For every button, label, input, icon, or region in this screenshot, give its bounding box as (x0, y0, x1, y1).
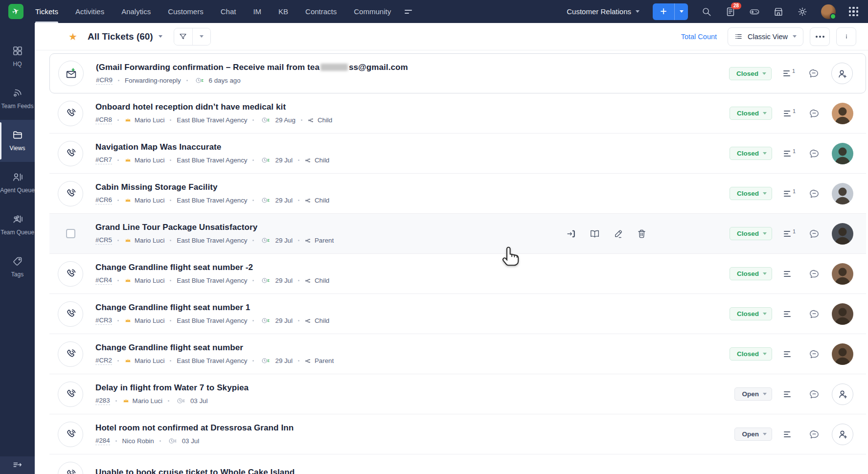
ticket-row[interactable]: Onboard hotel reception didn’t have medi… (49, 93, 866, 134)
nav-item-tickets[interactable]: Tickets (35, 0, 58, 23)
assign-agent-button[interactable] (832, 384, 853, 405)
notifications-icon[interactable]: 28 (725, 6, 736, 17)
agent-avatar[interactable] (832, 183, 853, 204)
sidebar-expand-button[interactable] (0, 456, 35, 474)
comment-bubble-icon[interactable] (808, 68, 819, 79)
ticket-row[interactable]: Change Grandline flight seat number 1 #C… (49, 294, 866, 334)
ticket-title[interactable]: Hotel room not confirmed at Dressrosa Gr… (95, 423, 294, 433)
sidebar-item-team-queue[interactable]: Team Queue (0, 204, 35, 246)
search-icon[interactable] (701, 6, 712, 17)
filter-options-button[interactable] (192, 28, 210, 45)
sidebar-item-hq[interactable]: HQ (0, 36, 35, 78)
nav-item-analytics[interactable]: Analytics (121, 0, 151, 23)
status-pill[interactable]: Closed (730, 307, 772, 320)
nav-item-contracts[interactable]: Contracts (305, 0, 337, 23)
nav-item-kb[interactable]: KB (278, 0, 288, 23)
sidebar-item-team-feeds[interactable]: Team Feeds (0, 78, 35, 120)
comment-bubble-icon[interactable] (809, 389, 820, 400)
nav-item-customers[interactable]: Customers (168, 0, 204, 23)
settings-gear-icon[interactable] (797, 6, 808, 17)
move-icon[interactable] (566, 228, 576, 239)
agent-avatar[interactable] (832, 143, 853, 164)
ticket-row[interactable]: (Gmail Forwarding confirmation – Receive… (49, 53, 866, 93)
agent-avatar[interactable] (832, 303, 853, 325)
status-pill[interactable]: Closed (729, 67, 772, 80)
add-ticket-split-button[interactable]: + (653, 3, 688, 20)
sidebar-item-tags[interactable]: Tags (0, 246, 35, 288)
ticket-title[interactable]: Change Grandline flight seat number (95, 343, 334, 353)
assign-agent-button[interactable] (832, 424, 853, 445)
status-pill[interactable]: Closed (730, 267, 772, 280)
total-count-link[interactable]: Total Count (681, 33, 717, 41)
ticket-row[interactable]: Delay in flight from Water 7 to Skypiea … (49, 374, 866, 414)
trash-icon[interactable] (637, 228, 647, 239)
status-pill[interactable]: Open (734, 428, 772, 441)
comment-bubble-icon[interactable] (809, 188, 820, 199)
gamification-icon[interactable] (749, 6, 760, 17)
status-pill[interactable]: Closed (730, 227, 772, 240)
sla-clock-icon (193, 76, 206, 85)
ticket-title[interactable]: Cabin Missing Storage Facility (95, 182, 329, 192)
status-pill[interactable]: Closed (730, 147, 772, 160)
assign-agent-button[interactable] (831, 63, 853, 84)
comment-bubble-icon[interactable] (809, 228, 820, 239)
ticket-title[interactable]: Navigation Map Was Inaccurate (95, 142, 329, 152)
department-selector[interactable]: Customer Relations (567, 7, 640, 16)
status-pill[interactable]: Closed (730, 347, 772, 361)
ticket-row[interactable]: Unable to book cruise ticket to Whole Ca… (49, 454, 866, 474)
ticket-row[interactable]: Navigation Map Was Inaccurate #CR7Mario … (49, 134, 866, 174)
status-pill[interactable]: Open (734, 387, 772, 401)
ticket-title[interactable]: Delay in flight from Water 7 to Skypiea (95, 383, 249, 393)
add-button[interactable]: + (653, 3, 675, 20)
ticket-title[interactable]: Change Grandline flight seat number -2 (95, 263, 329, 272)
book-icon[interactable] (590, 228, 600, 239)
info-button[interactable] (836, 27, 856, 46)
ticket-row[interactable]: Change Grandline flight seat number -2 #… (49, 254, 866, 294)
ticket-date: 29 Jul (275, 317, 292, 324)
comment-bubble-icon[interactable] (809, 429, 820, 440)
ticket-row[interactable]: Cabin Missing Storage Facility #CR6Mario… (49, 174, 866, 214)
comment-bubble-icon[interactable] (809, 269, 820, 279)
nav-item-community[interactable]: Community (354, 0, 391, 23)
comment-bubble-icon[interactable] (809, 148, 820, 159)
app-logo[interactable]: ✈ (8, 4, 23, 19)
agent-avatar[interactable] (832, 343, 853, 365)
nav-item-activities[interactable]: Activities (75, 0, 104, 23)
ticket-title[interactable]: Grand Line Tour Package Unsatisfactory (95, 223, 334, 232)
apps-grid-icon[interactable] (849, 7, 858, 16)
status-pill[interactable]: Closed (730, 107, 772, 120)
more-actions-button[interactable] (810, 27, 830, 46)
filter-button[interactable] (174, 28, 192, 45)
view-title: All Tickets (60) (88, 31, 153, 42)
comment-bubble-icon[interactable] (809, 108, 820, 119)
ticket-meta: #CR2Mario LuciEast Blue Travel Agency29 … (95, 357, 334, 365)
ticket-row[interactable]: Hotel room not confirmed at Dressrosa Gr… (49, 414, 866, 454)
nav-item-im[interactable]: IM (253, 0, 261, 23)
row-checkbox[interactable] (66, 229, 75, 238)
channel-slot (58, 141, 83, 166)
ticket-title[interactable]: Onboard hotel reception didn’t have medi… (95, 102, 332, 112)
view-title-dropdown[interactable]: All Tickets (60) (88, 31, 162, 42)
sidebar-item-views[interactable]: Views (0, 120, 35, 162)
agent-avatar[interactable] (832, 223, 853, 245)
marketplace-icon[interactable] (773, 6, 784, 17)
ticket-title[interactable]: Unable to book cruise ticket to Whole Ca… (95, 468, 295, 474)
comment-bubble-icon[interactable] (809, 349, 820, 360)
meta-separator-dot (170, 200, 171, 201)
ticket-row[interactable]: Grand Line Tour Package Unsatisfactory #… (49, 214, 866, 254)
nav-overflow-icon[interactable] (405, 10, 412, 14)
comment-bubble-icon[interactable] (809, 309, 820, 319)
ticket-title[interactable]: (Gmail Forwarding confirmation – Receive… (96, 63, 408, 72)
agent-avatar[interactable] (832, 103, 853, 124)
view-mode-dropdown[interactable]: Classic View (728, 27, 803, 46)
favorite-star-icon[interactable]: ★ (69, 31, 77, 43)
agent-avatar[interactable] (832, 263, 853, 285)
ticket-row[interactable]: Change Grandline flight seat number #CR2… (49, 334, 866, 374)
nav-item-chat[interactable]: Chat (221, 0, 236, 23)
status-pill[interactable]: Closed (730, 187, 772, 200)
add-options-button[interactable] (675, 3, 688, 20)
ticket-title[interactable]: Change Grandline flight seat number 1 (95, 303, 329, 313)
sidebar-item-agent-queue[interactable]: Agent Queue (0, 162, 35, 204)
user-avatar[interactable] (821, 4, 836, 19)
edit-icon[interactable] (613, 228, 623, 239)
